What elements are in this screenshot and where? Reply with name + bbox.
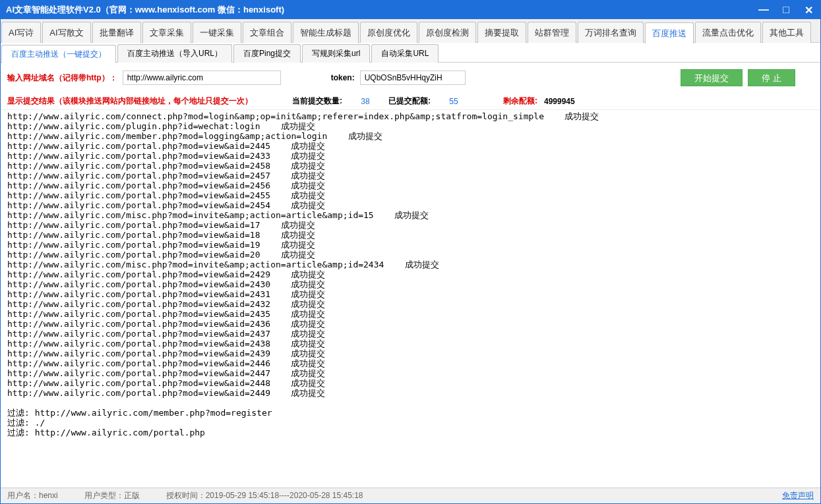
main-tab-8[interactable]: 原创度检测 xyxy=(419,22,476,43)
main-tab-6[interactable]: 智能生成标题 xyxy=(293,22,359,43)
token-label: token: xyxy=(331,73,355,82)
sub-tab-3[interactable]: 写规则采集url xyxy=(302,44,370,63)
result-label: 显示提交结果（该模块推送网站内部链接地址，每个地址只提交一次） xyxy=(7,96,253,107)
main-tab-13[interactable]: 流量点击优化 xyxy=(695,22,761,43)
stats-row: 显示提交结果（该模块推送网站内部链接地址，每个地址只提交一次） 当前提交数量: … xyxy=(1,93,820,109)
main-tab-bar: AI写诗AI写散文批量翻译文章采集一键采集文章组合智能生成标题原创度优化原创度检… xyxy=(1,19,820,43)
url-input[interactable] xyxy=(123,70,281,85)
remain-quota-label: 剩余配额: xyxy=(503,96,537,107)
maximize-icon[interactable]: □ xyxy=(779,3,793,16)
main-tab-9[interactable]: 摘要提取 xyxy=(477,22,526,43)
main-tab-4[interactable]: 一键采集 xyxy=(193,22,241,43)
sub-tab-1[interactable]: 百度主动推送（导入URL） xyxy=(117,44,232,63)
main-tab-2[interactable]: 批量翻译 xyxy=(92,22,141,43)
main-tab-14[interactable]: 其他工具 xyxy=(762,22,811,43)
status-type: 用户类型：正版 xyxy=(84,490,140,501)
token-input[interactable] xyxy=(360,70,466,85)
log-output[interactable]: http://www.ailyric.com/connect.php?mod=l… xyxy=(1,109,820,488)
window-controls: — □ ✕ xyxy=(757,3,815,16)
status-auth: 授权时间：2019-05-29 15:45:18----2020-05-28 1… xyxy=(166,490,363,501)
main-tab-12[interactable]: 百度推送 xyxy=(645,22,694,43)
titlebar: AI文章智能处理软件V2.0（官网：www.henxisoft.com 微信：h… xyxy=(1,1,820,19)
current-count-label: 当前提交数量: xyxy=(292,96,342,107)
sub-tab-0[interactable]: 百度主动推送（一键提交） xyxy=(1,45,116,63)
disclaimer-link[interactable]: 免责声明 xyxy=(782,490,814,501)
status-bar: 用户名：henxi 用户类型：正版 授权时间：2019-05-29 15:45:… xyxy=(1,488,820,503)
submitted-quota-label: 已提交配额: xyxy=(388,96,431,107)
main-tab-0[interactable]: AI写诗 xyxy=(1,22,41,43)
main-tab-1[interactable]: AI写散文 xyxy=(42,22,90,43)
start-button[interactable]: 开始提交 xyxy=(681,69,743,86)
url-label: 输入网址域名（记得带http）： xyxy=(7,72,117,84)
remain-quota-value: 4999945 xyxy=(544,97,575,106)
sub-tab-2[interactable]: 百度Ping提交 xyxy=(233,44,301,63)
close-icon[interactable]: ✕ xyxy=(802,3,815,16)
current-count-value: 38 xyxy=(349,97,382,106)
minimize-icon[interactable]: — xyxy=(757,3,770,16)
window-title: AI文章智能处理软件V2.0（官网：www.henxisoft.com 微信：h… xyxy=(6,4,757,16)
main-tab-5[interactable]: 文章组合 xyxy=(243,22,291,43)
main-tab-3[interactable]: 文章采集 xyxy=(142,22,191,43)
main-tab-11[interactable]: 万词排名查询 xyxy=(578,22,644,43)
input-row: 输入网址域名（记得带http）： token: 开始提交 停 止 xyxy=(1,63,820,93)
sub-tab-4[interactable]: 自动采集URL xyxy=(371,44,439,63)
stop-button[interactable]: 停 止 xyxy=(748,69,795,86)
main-tab-10[interactable]: 站群管理 xyxy=(528,22,576,43)
submitted-quota-value: 55 xyxy=(437,97,470,106)
main-tab-7[interactable]: 原创度优化 xyxy=(360,22,417,43)
status-user: 用户名：henxi xyxy=(7,490,58,501)
sub-tab-bar: 百度主动推送（一键提交）百度主动推送（导入URL）百度Ping提交写规则采集ur… xyxy=(1,43,820,63)
